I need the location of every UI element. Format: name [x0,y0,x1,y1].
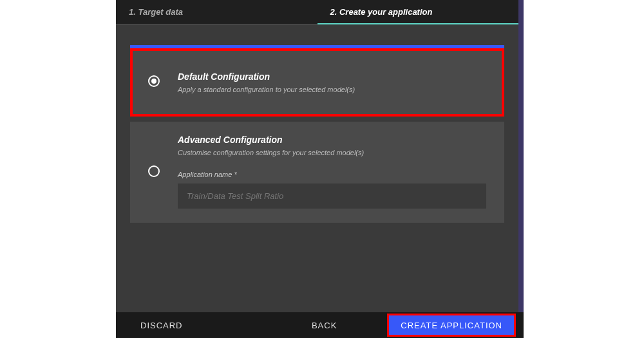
option-content: Advanced Configuration Customise configu… [178,135,486,209]
option-default-configuration[interactable]: Default Configuration Apply a standard c… [130,48,504,117]
radio-advanced[interactable] [148,165,160,177]
option-content: Default Configuration Apply a standard c… [178,71,486,93]
right-edge-strip-bottom [518,312,524,338]
wizard-panel: 1. Target data 2. Create your applicatio… [116,0,518,338]
step-tab-create-application[interactable]: 2. Create your application [317,0,519,24]
application-name-label: Application name * [178,171,486,178]
create-application-button[interactable]: CREATE APPLICATION [387,314,516,337]
radio-wrap [148,71,160,87]
option-title: Default Configuration [178,71,486,82]
button-label: CREATE APPLICATION [401,321,502,330]
radio-default[interactable] [148,75,160,87]
discard-button[interactable]: DISCARD [129,321,194,330]
option-advanced-configuration[interactable]: Advanced Configuration Customise configu… [130,122,504,223]
right-edge-strip [518,0,524,312]
radio-wrap [148,135,160,177]
application-name-input[interactable] [178,183,486,209]
button-label: DISCARD [140,321,183,330]
footer-bar: DISCARD BACK CREATE APPLICATION [116,312,518,338]
back-button[interactable]: BACK [300,321,348,330]
radio-selected-icon [151,79,156,84]
step-tabs: 1. Target data 2. Create your applicatio… [116,0,518,24]
option-description: Customise configuration settings for you… [178,149,486,156]
content-area: Default Configuration Apply a standard c… [116,24,518,312]
step-tab-label: 1. Target data [129,7,183,17]
option-description: Apply a standard configuration to your s… [178,86,486,93]
button-label: BACK [312,321,337,330]
step-tab-label: 2. Create your application [330,7,433,17]
option-title: Advanced Configuration [178,135,486,145]
step-tab-target-data[interactable]: 1. Target data [116,0,317,24]
